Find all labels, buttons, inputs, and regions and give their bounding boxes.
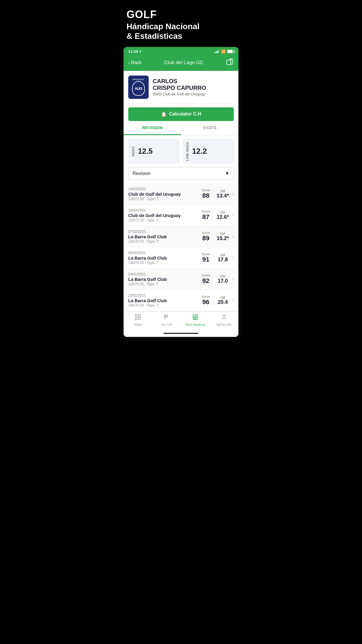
low-index-value: 12.2 — [192, 147, 207, 156]
row-club-name: La Barra Golf Club — [128, 234, 202, 239]
index-card-main: INDEX 12.5 — [128, 139, 180, 164]
row-diff: Diff 17.0 — [212, 274, 230, 284]
bottom-nav-icon-3 — [221, 314, 227, 322]
tab-stats[interactable]: STATS — [181, 121, 238, 135]
diff-label: Diff — [216, 253, 230, 257]
index-card-low: LOW INDEX 12.2 — [182, 139, 234, 164]
diff-value: 17.0 — [216, 278, 230, 284]
profile-info: CARLOS CRISPO CAPURRO (590) Club de Golf… — [153, 78, 234, 96]
index-cards: INDEX 12.5 LOW INDEX 12.2 — [124, 135, 238, 167]
diff-value: 15.2* — [216, 235, 230, 242]
dropdown-container: Revision ▼ — [124, 167, 238, 183]
row-diff: Diff 15.2* — [212, 232, 230, 242]
diff-label: Diff — [216, 296, 230, 299]
calculator-icon: 📋 — [161, 111, 167, 117]
diff-label: Diff — [216, 189, 230, 193]
chevron-right-icon: › — [232, 298, 234, 303]
chevron-left-icon: ‹ — [128, 60, 130, 66]
back-button[interactable]: ‹ Back — [128, 60, 142, 66]
score-row[interactable]: 07/02/2021 La Barra Golf Club 130/70.50 … — [124, 226, 238, 247]
score-row[interactable]: 06/02/2021 La Barra Golf Club 130/70.50 … — [124, 247, 238, 269]
promo-title-golf: GOLF — [126, 9, 236, 20]
wifi-icon: 📶 — [221, 49, 226, 54]
svg-rect-0 — [227, 60, 231, 65]
score-label: Score — [202, 295, 210, 298]
phone-frame: 11:24 ➤ 📶 ‹ Back Cl — [124, 47, 238, 337]
row-score: Score 91 — [202, 252, 210, 263]
bottom-nav-item-myplus-#id[interactable]: MyPlus #ID — [210, 314, 239, 326]
score-list: 14/03/2021 Club de Golf del Uruguay 133/… — [124, 183, 238, 311]
svg-rect-4 — [138, 318, 140, 320]
bottom-nav-item-home[interactable]: Home — [124, 314, 152, 326]
tab-revision[interactable]: REVISION — [124, 121, 181, 135]
player-first-name: CARLOS — [153, 78, 234, 85]
row-info: 24/01/2021 La Barra Golf Club 130/70.50 … — [128, 272, 202, 286]
row-date: 23/01/2021 — [128, 293, 202, 298]
chevron-right-icon: › — [232, 255, 234, 260]
svg-rect-3 — [135, 318, 137, 320]
row-detail: 130/70.50 - Type: T — [128, 239, 202, 244]
diff-value: 20.4 — [216, 299, 230, 305]
row-club-name: La Barra Golf Club — [128, 256, 202, 260]
bottom-nav-label: AUG Handicap — [186, 323, 205, 326]
bottom-nav: Home Our Golf AUG Handicap MyPlus #ID — [124, 311, 238, 331]
player-club: (590) Club de Golf del Uruguay — [153, 92, 234, 96]
svg-rect-2 — [138, 314, 140, 316]
share-icon[interactable] — [226, 58, 234, 67]
navigation-icon: ➤ — [139, 50, 141, 53]
row-score: Score 88 — [202, 188, 210, 200]
bottom-nav-item-our-golf[interactable]: Our Golf — [152, 314, 181, 326]
row-score: Score 92 — [202, 274, 210, 285]
row-score: Score 89 — [202, 231, 210, 242]
club-logo: URUGUAY AUG — [128, 76, 149, 99]
score-row[interactable]: 23/01/2021 La Barra Golf Club 130/70.50 … — [124, 290, 238, 311]
score-label: Score — [202, 188, 210, 192]
score-label: Score — [202, 252, 210, 256]
score-row[interactable]: 13/03/2021 Club de Golf del Uruguay 133/… — [124, 205, 238, 226]
row-diff: Diff 12.6* — [212, 211, 230, 220]
row-detail: 130/70.50 - Type: T — [128, 261, 202, 265]
bottom-nav-icon-1 — [164, 314, 170, 322]
index-value: 12.5 — [138, 147, 153, 156]
row-diff: Diff 13.4* — [212, 189, 230, 199]
row-info: 14/03/2021 Club de Golf del Uruguay 133/… — [128, 187, 202, 201]
tabs: REVISION STATS — [124, 121, 238, 135]
bottom-nav-label: Home — [134, 323, 142, 326]
revision-dropdown[interactable]: Revision ▼ — [128, 167, 234, 180]
svg-rect-1 — [135, 314, 137, 316]
row-date: 07/02/2021 — [128, 230, 202, 234]
promo-subtitle: Hándicap Nacional & Estadísticas — [126, 22, 236, 41]
row-detail: 130/70.50 - Type: T — [128, 303, 202, 307]
nav-bar: ‹ Back Club del Lago GC — [124, 55, 238, 71]
row-info: 13/03/2021 Club de Golf del Uruguay 133/… — [128, 208, 202, 222]
row-detail: 130/70.50 - Type: T — [128, 282, 202, 286]
row-detail: 133/72.20 - Type: T — [128, 218, 202, 222]
calculator-button[interactable]: 📋 Calculator C.H — [128, 107, 234, 121]
score-label: Score — [202, 210, 210, 213]
score-row[interactable]: 24/01/2021 La Barra Golf Club 130/70.50 … — [124, 269, 238, 290]
score-label: Score — [202, 231, 210, 235]
chevron-right-icon: › — [232, 234, 234, 239]
nav-title: Club del Lago GC — [164, 60, 203, 66]
home-bar — [164, 333, 198, 334]
diff-value: 13.4* — [216, 193, 230, 199]
row-score: Score 87 — [202, 210, 210, 221]
row-date: 06/02/2021 — [128, 251, 202, 255]
bottom-nav-item-aug-handicap[interactable]: AUG Handicap — [181, 314, 210, 326]
diff-label: Diff — [216, 232, 230, 235]
score-value: 89 — [202, 235, 210, 242]
diff-label: Diff — [216, 274, 230, 278]
chevron-down-icon: ▼ — [225, 171, 229, 176]
row-diff: Diff 17.8 — [212, 253, 230, 263]
row-date: 13/03/2021 — [128, 208, 202, 212]
dropdown-label: Revision — [133, 171, 150, 176]
score-value: 88 — [202, 192, 210, 200]
signal-icon — [215, 50, 219, 53]
diff-label: Diff — [216, 211, 230, 214]
score-value: 96 — [202, 298, 210, 306]
chevron-right-icon: › — [232, 276, 234, 282]
home-indicator — [124, 331, 238, 337]
promo-section: GOLF Hándicap Nacional & Estadísticas — [121, 6, 241, 47]
diff-value: 12.6* — [216, 214, 230, 220]
score-row[interactable]: 14/03/2021 Club de Golf del Uruguay 133/… — [124, 183, 238, 205]
